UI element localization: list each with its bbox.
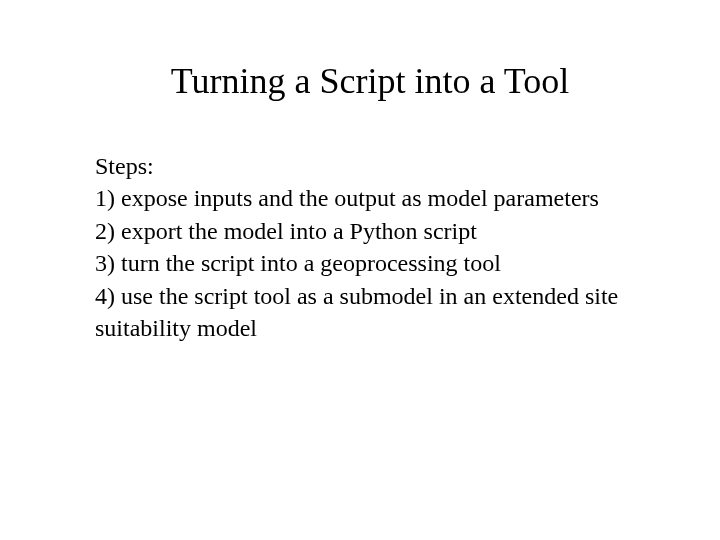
step-2: 2) export the model into a Python script bbox=[95, 215, 625, 247]
step-4: 4) use the script tool as a submodel in … bbox=[95, 280, 625, 345]
slide-title: Turning a Script into a Tool bbox=[115, 60, 625, 102]
step-3: 3) turn the script into a geoprocessing … bbox=[95, 247, 625, 279]
steps-heading: Steps: bbox=[95, 150, 625, 182]
slide: Turning a Script into a Tool Steps: 1) e… bbox=[0, 0, 720, 540]
slide-body: Steps: 1) expose inputs and the output a… bbox=[95, 150, 625, 344]
step-1: 1) expose inputs and the output as model… bbox=[95, 182, 625, 214]
